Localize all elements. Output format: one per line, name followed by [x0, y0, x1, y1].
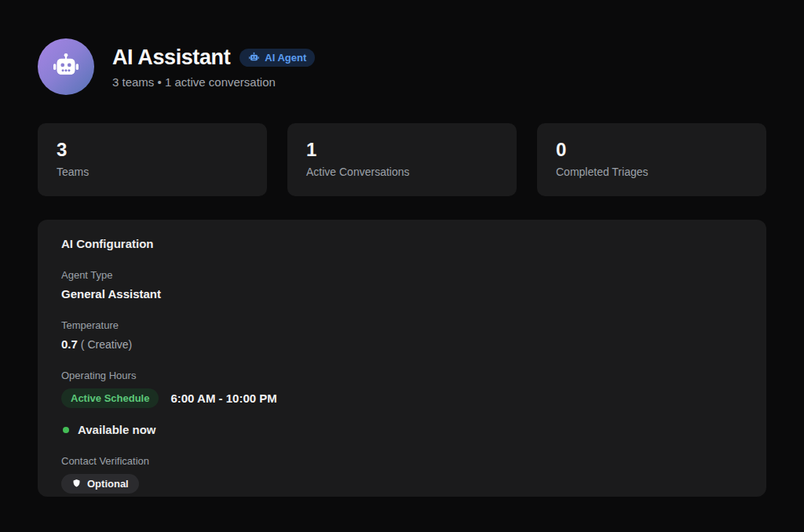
stat-label: Teams [57, 166, 248, 178]
ai-agent-badge-label: AI Agent [265, 52, 306, 64]
config-card-title: AI Configuration [61, 237, 743, 250]
header-subtitle: 3 teams • 1 active conversation [112, 75, 315, 89]
stat-label: Active Conversations [306, 166, 498, 178]
temperature-value-row: 0.7( Creative) [61, 337, 743, 351]
optional-badge-label: Optional [87, 478, 129, 490]
operating-hours-section: Operating Hours Active Schedule 6:00 AM … [61, 370, 743, 436]
agent-type-label: Agent Type [61, 269, 743, 281]
agent-type-value: General Assistant [61, 287, 743, 301]
header-text: AI Assistant AI Agent 3 teams • 1 active… [112, 38, 315, 89]
availability-row: Available now [61, 423, 743, 436]
robot-icon [51, 52, 81, 82]
ai-configuration-card: AI Configuration Agent Type General Assi… [38, 220, 766, 497]
robot-icon [248, 52, 260, 64]
availability-text: Available now [78, 423, 155, 436]
temperature-section: Temperature 0.7( Creative) [61, 319, 743, 351]
shield-icon [71, 479, 82, 489]
operating-hours-label: Operating Hours [61, 370, 743, 381]
stat-value: 3 [57, 140, 248, 160]
optional-badge: Optional [61, 474, 139, 494]
online-status-dot [63, 427, 69, 433]
active-schedule-badge: Active Schedule [61, 388, 159, 408]
temperature-value: 0.7 [61, 337, 78, 351]
page-title: AI Assistant [112, 46, 230, 70]
stat-value: 0 [556, 140, 747, 160]
stat-card-active-conversations: 1 Active Conversations [287, 123, 517, 196]
temperature-label: Temperature [61, 319, 743, 331]
temperature-suffix: ( Creative) [81, 338, 132, 351]
stat-value: 1 [306, 140, 498, 160]
avatar [38, 38, 94, 95]
contact-verification-section: Contact Verification Optional [61, 455, 743, 494]
operating-hours-time: 6:00 AM - 10:00 PM [170, 392, 276, 405]
stat-label: Completed Triages [556, 166, 747, 178]
agent-profile-page: AI Assistant AI Agent 3 teams • 1 active… [0, 0, 804, 497]
agent-type-section: Agent Type General Assistant [61, 269, 743, 301]
stat-card-completed-triages: 0 Completed Triages [537, 123, 766, 196]
contact-verification-label: Contact Verification [61, 455, 743, 467]
ai-agent-badge: AI Agent [239, 49, 315, 67]
header: AI Assistant AI Agent 3 teams • 1 active… [38, 38, 766, 95]
stat-card-teams: 3 Teams [38, 123, 267, 196]
stats-row: 3 Teams 1 Active Conversations 0 Complet… [38, 123, 766, 196]
